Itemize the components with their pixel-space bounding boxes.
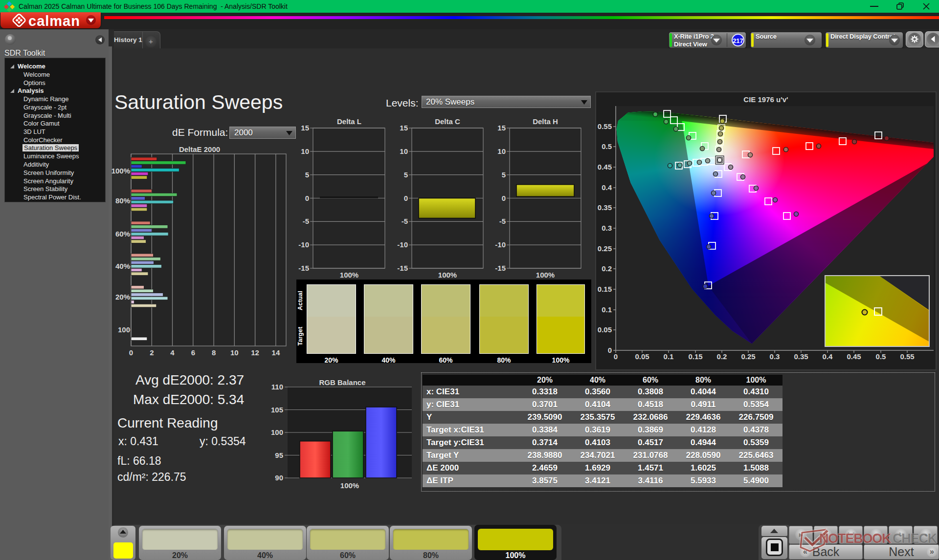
svg-text:0: 0 xyxy=(614,352,618,361)
svg-text:0.1: 0.1 xyxy=(602,305,612,314)
svg-text:0.5: 0.5 xyxy=(602,142,612,151)
svg-text:0.05: 0.05 xyxy=(598,325,612,334)
svg-text:0.55: 0.55 xyxy=(900,352,914,361)
svg-text:0.2: 0.2 xyxy=(602,264,612,273)
svg-text:0.05: 0.05 xyxy=(635,352,649,361)
svg-text:0.4: 0.4 xyxy=(823,352,833,361)
svg-text:0.15: 0.15 xyxy=(688,352,702,361)
svg-text:0: 0 xyxy=(608,346,612,354)
svg-text:0.25: 0.25 xyxy=(741,352,755,361)
svg-text:0.45: 0.45 xyxy=(847,352,861,361)
svg-text:0.4: 0.4 xyxy=(602,183,612,192)
svg-text:CHECK: CHECK xyxy=(893,531,938,546)
svg-text:0.25: 0.25 xyxy=(598,244,612,253)
svg-text:0.35: 0.35 xyxy=(598,203,612,212)
svg-text:0.3: 0.3 xyxy=(770,352,780,361)
svg-text:NOTEBOOK: NOTEBOOK xyxy=(819,531,892,546)
svg-text:0.55: 0.55 xyxy=(598,122,612,130)
svg-text:0.15: 0.15 xyxy=(598,285,612,293)
svg-text:0.45: 0.45 xyxy=(598,163,612,171)
svg-text:0.2: 0.2 xyxy=(717,352,727,361)
svg-text:0.5: 0.5 xyxy=(876,352,886,361)
svg-text:0.1: 0.1 xyxy=(664,352,674,361)
svg-text:0.3: 0.3 xyxy=(602,224,612,232)
svg-text:0.35: 0.35 xyxy=(794,352,808,361)
